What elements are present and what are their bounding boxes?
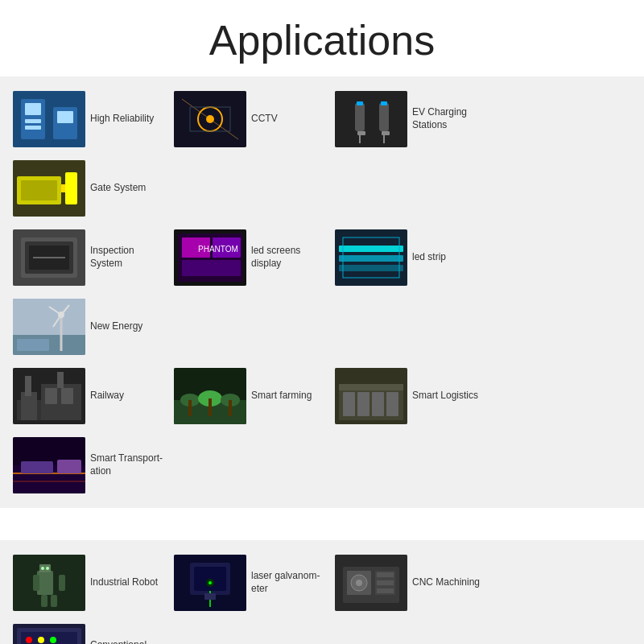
svg-rect-23 (21, 180, 57, 200)
svg-rect-101 (377, 572, 394, 577)
svg-rect-69 (357, 392, 369, 416)
app-item[interactable]: Smart Transport-ation (8, 431, 169, 500)
svg-point-11 (206, 115, 214, 123)
app-item[interactable]: Smart Logistics (330, 361, 491, 431)
app-label: High Reliability (90, 113, 164, 126)
app-thumbnail (13, 368, 85, 424)
app-label: CCTV (251, 113, 325, 126)
svg-rect-84 (51, 595, 57, 607)
svg-rect-38 (339, 246, 403, 252)
app-label: Railway (90, 390, 164, 402)
app-item[interactable]: Conventional Fire Alarm Panel (8, 617, 169, 644)
app-thumbnail (13, 555, 85, 611)
app-label: led strip (412, 251, 486, 264)
svg-point-109 (50, 637, 56, 643)
svg-rect-17 (357, 131, 365, 135)
svg-point-100 (356, 580, 362, 586)
app-label: Inspection System (90, 245, 164, 270)
svg-rect-18 (382, 131, 390, 135)
app-item[interactable]: EV Charging Stations (330, 85, 491, 154)
svg-rect-78 (57, 460, 81, 473)
grid-row-1-2: Inspection System PHANTOM led screens di… (8, 223, 636, 361)
svg-rect-52 (21, 392, 37, 420)
svg-rect-68 (343, 392, 355, 416)
app-thumbnail (13, 160, 85, 217)
svg-rect-55 (61, 388, 73, 404)
app-thumbnail (335, 555, 407, 611)
app-item[interactable]: led strip (330, 223, 491, 292)
app-thumbnail (13, 229, 85, 286)
svg-rect-25 (61, 184, 65, 192)
app-label: laser galvanom-eter (251, 570, 325, 595)
svg-rect-13 (355, 103, 365, 131)
svg-rect-14 (379, 103, 389, 131)
app-thumbnail (13, 91, 85, 147)
app-thumbnail (335, 91, 407, 147)
svg-point-87 (46, 567, 49, 570)
app-item[interactable]: CCTV (169, 85, 330, 154)
app-label: Gate System (90, 182, 164, 195)
svg-rect-49 (17, 339, 49, 351)
app-label: Smart farming (251, 390, 325, 402)
svg-rect-64 (208, 398, 212, 416)
app-item[interactable]: New Energy (8, 292, 169, 361)
app-thumbnail: PHANTOM (174, 229, 246, 286)
app-thumbnail (13, 437, 85, 493)
app-thumbnail (174, 555, 246, 611)
svg-point-107 (26, 637, 32, 643)
svg-rect-39 (339, 255, 403, 262)
grid-row-1-1: High Reliability CCTV EV Charging Statio… (8, 85, 636, 223)
app-item[interactable]: PHANTOM led screens display (169, 223, 330, 292)
app-label: Smart Transport-ation (90, 452, 164, 477)
svg-rect-103 (377, 588, 394, 593)
app-label: Smart Logistics (412, 390, 486, 402)
svg-point-93 (208, 581, 212, 584)
app-item[interactable]: Smart farming (169, 361, 330, 431)
section-2: Industrial Robot laser galvanom-eter CNC… (0, 540, 644, 644)
app-item[interactable]: Inspection System (8, 223, 169, 292)
svg-rect-57 (57, 372, 64, 388)
svg-rect-77 (21, 461, 53, 473)
app-label: New Energy (90, 320, 164, 333)
svg-rect-70 (372, 392, 384, 416)
svg-rect-35 (182, 260, 241, 276)
section-1: High Reliability CCTV EV Charging Statio… (0, 76, 644, 508)
svg-rect-15 (357, 101, 363, 105)
app-item[interactable]: High Reliability (8, 85, 169, 154)
svg-rect-4 (25, 126, 41, 130)
app-label: EV Charging Stations (412, 106, 486, 131)
svg-point-108 (38, 637, 44, 643)
svg-point-86 (41, 567, 44, 570)
app-label: Industrial Robot (90, 576, 164, 589)
app-thumbnail (174, 368, 246, 424)
app-thumbnail (13, 299, 85, 355)
svg-rect-24 (65, 172, 77, 204)
app-item[interactable]: Railway (8, 361, 169, 431)
svg-rect-71 (386, 392, 398, 416)
svg-rect-65 (229, 400, 232, 416)
app-item[interactable]: laser galvanom-eter (169, 548, 330, 617)
svg-rect-16 (381, 101, 387, 105)
app-item[interactable]: Industrial Robot (8, 548, 169, 617)
svg-rect-12 (335, 91, 407, 147)
svg-rect-81 (33, 575, 39, 591)
app-label: led screens display (251, 245, 325, 270)
svg-rect-82 (59, 575, 65, 591)
svg-rect-3 (25, 119, 41, 123)
app-thumbnail (174, 91, 246, 147)
app-label: CNC Machining (412, 576, 486, 589)
svg-rect-94 (204, 593, 216, 600)
svg-rect-83 (41, 595, 47, 607)
svg-rect-56 (25, 376, 31, 396)
svg-rect-54 (45, 388, 57, 404)
app-item[interactable]: CNC Machining (330, 548, 491, 617)
svg-rect-63 (188, 400, 192, 416)
app-label: Conventional Fire Alarm Panel (90, 639, 164, 644)
svg-text:PHANTOM: PHANTOM (198, 245, 238, 254)
svg-rect-72 (339, 384, 403, 390)
app-thumbnail (335, 229, 407, 286)
svg-rect-6 (57, 111, 73, 123)
app-item[interactable]: Gate System (8, 154, 169, 223)
app-thumbnail (335, 368, 407, 424)
grid-row-1-3: Railway Smart farming Smart Logistics Sm… (8, 361, 636, 500)
